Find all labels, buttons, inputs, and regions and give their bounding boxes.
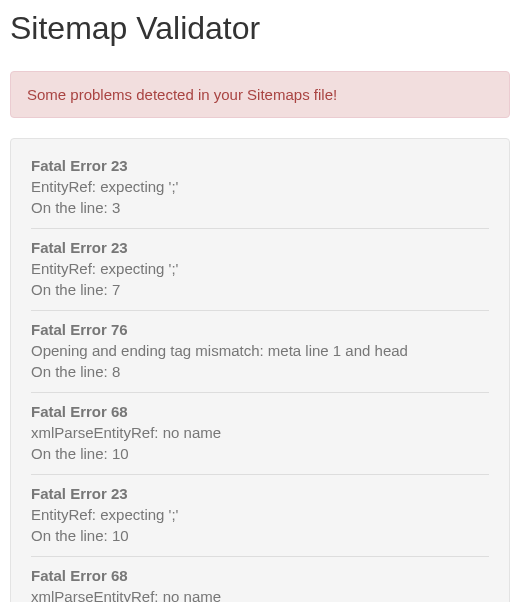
error-message: xmlParseEntityRef: no name xyxy=(31,588,489,602)
error-line: On the line: 3 xyxy=(31,199,489,216)
error-message: xmlParseEntityRef: no name xyxy=(31,424,489,441)
error-line: On the line: 8 xyxy=(31,363,489,380)
error-line: On the line: 10 xyxy=(31,527,489,544)
error-item: Fatal Error 23 EntityRef: expecting ';' … xyxy=(31,229,489,311)
error-message: EntityRef: expecting ';' xyxy=(31,260,489,277)
error-title: Fatal Error 23 xyxy=(31,157,489,174)
error-title: Fatal Error 23 xyxy=(31,239,489,256)
error-message: Opening and ending tag mismatch: meta li… xyxy=(31,342,489,359)
errors-panel: Fatal Error 23 EntityRef: expecting ';' … xyxy=(10,138,510,602)
error-item: Fatal Error 23 EntityRef: expecting ';' … xyxy=(31,475,489,557)
page-title: Sitemap Validator xyxy=(10,10,510,47)
error-item: Fatal Error 76 Opening and ending tag mi… xyxy=(31,311,489,393)
error-title: Fatal Error 23 xyxy=(31,485,489,502)
error-title: Fatal Error 68 xyxy=(31,403,489,420)
alert-error: Some problems detected in your Sitemaps … xyxy=(10,71,510,118)
error-item: Fatal Error 23 EntityRef: expecting ';' … xyxy=(31,157,489,229)
error-line: On the line: 7 xyxy=(31,281,489,298)
error-line: On the line: 10 xyxy=(31,445,489,462)
error-title: Fatal Error 76 xyxy=(31,321,489,338)
error-message: EntityRef: expecting ';' xyxy=(31,178,489,195)
error-title: Fatal Error 68 xyxy=(31,567,489,584)
error-message: EntityRef: expecting ';' xyxy=(31,506,489,523)
error-item: Fatal Error 68 xmlParseEntityRef: no nam… xyxy=(31,393,489,475)
error-item: Fatal Error 68 xmlParseEntityRef: no nam… xyxy=(31,557,489,602)
